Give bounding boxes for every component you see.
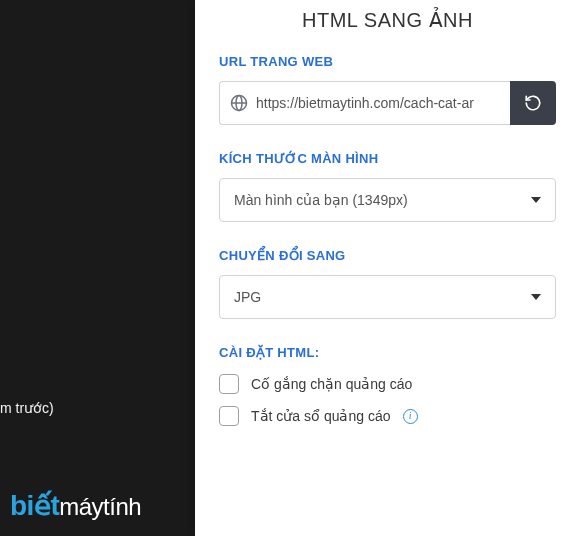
conversion-panel: HTML SANG ẢNH URL TRANG WEB KÍCH THƯỚC M…	[195, 0, 580, 536]
globe-icon	[230, 94, 248, 112]
close-popups-checkbox[interactable]	[219, 406, 239, 426]
refresh-button[interactable]	[510, 81, 556, 125]
url-input[interactable]	[256, 95, 500, 111]
background-text-fragment: m trước)	[0, 400, 54, 416]
chevron-down-icon	[531, 197, 541, 203]
info-icon[interactable]: i	[403, 409, 418, 424]
modal-overlay	[0, 0, 195, 536]
convert-select[interactable]: JPG	[219, 275, 556, 319]
block-ads-checkbox[interactable]	[219, 374, 239, 394]
brand-logo: biếtmáytính	[10, 489, 141, 522]
convert-label: CHUYỂN ĐỔI SANG	[219, 248, 556, 263]
url-label: URL TRANG WEB	[219, 54, 556, 69]
url-input-wrapper[interactable]	[219, 81, 510, 125]
close-popups-label: Tắt cửa sổ quảng cáo	[251, 408, 391, 424]
screensize-value: Màn hình của bạn (1349px)	[234, 192, 408, 208]
screensize-select[interactable]: Màn hình của bạn (1349px)	[219, 178, 556, 222]
brand-part2: máytính	[59, 493, 141, 520]
brand-part1: biết	[10, 490, 59, 521]
convert-value: JPG	[234, 289, 261, 305]
settings-label: CÀI ĐẶT HTML:	[219, 345, 556, 360]
block-ads-label: Cố gắng chặn quảng cáo	[251, 376, 412, 392]
refresh-icon	[524, 94, 542, 112]
screensize-label: KÍCH THƯỚC MÀN HÌNH	[219, 151, 556, 166]
chevron-down-icon	[531, 294, 541, 300]
panel-title: HTML SANG ẢNH	[219, 8, 556, 32]
